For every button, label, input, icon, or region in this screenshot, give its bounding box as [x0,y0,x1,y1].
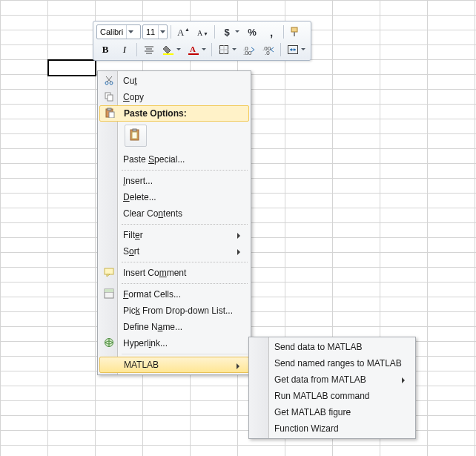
comment-icon [104,267,114,280]
menu-delete-label: Delete... [119,192,249,202]
submenu-function-wizard-label: Function Wizard [270,423,414,434]
svg-text:A: A [177,27,185,37]
menu-copy-label: Copy [119,92,249,102]
submenu-run-command-label: Run MATLAB command [270,391,414,401]
svg-rect-31 [108,95,113,101]
clipboard-icon [105,108,115,120]
menu-paste-options[interactable]: Paste Options: [99,105,249,122]
paste-default-button[interactable] [125,125,147,147]
menu-filter[interactable]: Filter [99,227,249,243]
menu-paste-options-label: Paste Options: [119,108,248,119]
menu-cut-label: Cut [119,76,249,86]
font-size-dropdown-icon[interactable] [158,25,166,39]
menu-delete[interactable]: Delete... [99,189,249,205]
copy-icon [104,91,114,104]
menu-clear-contents-label: Clear Contents [119,208,249,219]
svg-rect-42 [105,289,113,292]
merge-center-button[interactable] [284,42,308,58]
menu-format-cells-label: Format Cells... [119,289,249,300]
borders-button[interactable] [215,42,239,58]
menu-pick-from-list[interactable]: Pick From Drop-down List... [99,303,249,319]
svg-text:▲: ▲ [185,27,189,32]
decrease-decimal-button[interactable]: .00.0 [260,42,277,58]
svg-text:.00: .00 [243,50,252,55]
submenu-send-data-label: Send data to MATLAB [270,342,414,352]
context-menu: Cut Copy Paste Options: Paste Special...… [97,70,251,375]
menu-cut[interactable]: Cut [99,73,249,89]
selected-cell[interactable] [47,59,96,76]
submenu-get-figure-label: Get MATLAB figure [270,407,414,417]
submenu-send-named-ranges[interactable]: Send named ranges to MATLAB [251,355,414,371]
scissors-icon [104,75,114,87]
increase-decimal-button[interactable]: .0.00 [240,42,258,58]
percent-format-button[interactable]: % [243,24,261,40]
submenu-arrow-icon [237,233,243,239]
comma-format-button[interactable]: , [262,24,280,40]
font-name-dropdown-icon[interactable] [126,25,134,39]
menu-matlab[interactable]: MATLAB [99,357,249,373]
font-name-combo[interactable]: Calibri [96,24,141,39]
menu-filter-label: Filter [119,230,249,240]
svg-text:.0: .0 [265,50,270,55]
fill-color-button[interactable] [159,42,183,58]
menu-define-name[interactable]: Define Name... [99,319,249,335]
svg-rect-6 [291,27,297,32]
paste-icon [129,128,142,144]
menu-clear-contents[interactable]: Clear Contents [99,205,249,222]
menu-copy[interactable]: Copy [99,89,249,105]
svg-text:A: A [197,29,203,37]
svg-text:▼: ▼ [203,31,208,36]
svg-rect-12 [163,53,173,55]
accounting-format-button[interactable]: $ [218,24,242,40]
submenu-arrow-icon [237,363,242,369]
menu-format-cells[interactable]: Format Cells... [99,286,249,303]
svg-rect-14 [188,53,199,55]
align-center-button[interactable] [140,42,158,58]
svg-rect-34 [109,112,114,118]
mini-toolbar: Calibri 11 A▲ A▼ $ % , B I [93,21,311,61]
menu-sort-label: Sort [119,246,249,257]
svg-rect-38 [105,268,113,274]
font-size-value: 11 [143,27,158,36]
submenu-arrow-icon [237,249,243,255]
matlab-submenu: Send data to MATLAB Send named ranges to… [248,337,416,439]
menu-sort[interactable]: Sort [99,243,249,260]
submenu-run-command[interactable]: Run MATLAB command [251,388,414,404]
menu-insert[interactable]: Insert... [99,173,249,189]
hyperlink-icon [104,337,114,350]
svg-marker-24 [290,48,292,51]
menu-insert-label: Insert... [119,176,249,186]
paste-options-block [99,122,249,151]
svg-marker-1 [160,30,165,33]
svg-rect-7 [294,32,295,36]
menu-hyperlink[interactable]: Hyperlink... [99,335,249,351]
submenu-get-data[interactable]: Get data from MATLAB [251,371,414,388]
menu-define-name-label: Define Name... [119,322,249,332]
menu-pick-from-list-label: Pick From Drop-down List... [119,305,255,316]
format-painter-button[interactable] [287,24,305,40]
svg-marker-39 [107,274,110,277]
svg-rect-36 [133,129,136,131]
font-name-value: Calibri [97,27,126,36]
menu-paste-special-label: Paste Special... [119,154,249,165]
decrease-font-size-button[interactable]: A▼ [194,24,211,40]
submenu-function-wizard[interactable]: Function Wizard [251,420,414,437]
submenu-send-named-ranges-label: Send named ranges to MATLAB [270,358,424,369]
bold-button[interactable]: B [96,42,114,58]
font-color-button[interactable]: A [185,42,208,58]
svg-marker-25 [294,48,296,51]
font-size-combo[interactable]: 11 [142,24,168,39]
submenu-get-figure[interactable]: Get MATLAB figure [251,404,414,420]
menu-insert-comment[interactable]: Insert Comment [99,265,249,281]
submenu-get-data-label: Get data from MATLAB [270,374,414,385]
increase-font-size-button[interactable]: A▲ [174,24,192,40]
italic-button[interactable]: I [116,42,133,58]
menu-hyperlink-label: Hyperlink... [119,338,249,348]
svg-rect-37 [132,132,137,139]
menu-paste-special[interactable]: Paste Special... [99,151,249,168]
submenu-send-data[interactable]: Send data to MATLAB [251,339,414,355]
menu-insert-comment-label: Insert Comment [119,268,249,278]
format-cells-icon [104,288,114,301]
menu-matlab-label: MATLAB [119,360,248,370]
svg-rect-33 [108,108,111,110]
